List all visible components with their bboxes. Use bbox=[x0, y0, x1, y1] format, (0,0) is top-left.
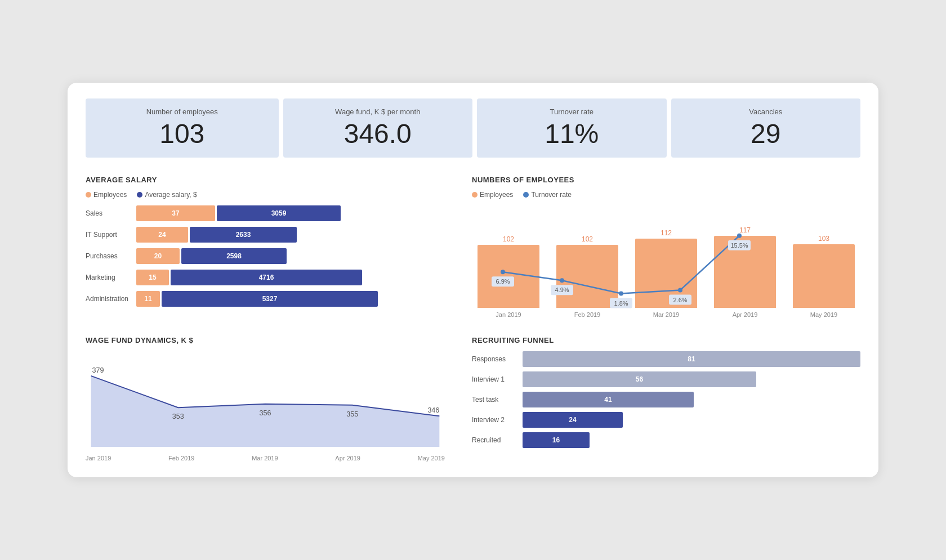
kpi-value: 29 bbox=[682, 120, 850, 147]
emp-bar bbox=[478, 245, 540, 308]
bar-row: IT Support 24 2633 bbox=[86, 227, 445, 243]
kpi-value: 346.0 bbox=[294, 120, 462, 147]
bar-row: Administration 11 5327 bbox=[86, 291, 445, 307]
emp-col: 117 Apr 2019 bbox=[708, 226, 782, 318]
funnel-chart: Responses 81 Interview 1 56 Test task 41… bbox=[472, 351, 860, 448]
emp-bar bbox=[556, 245, 619, 308]
funnel-label: Interview 1 bbox=[472, 375, 523, 383]
wage-value-label: 346 bbox=[427, 406, 439, 414]
emp-chart-wrapper: 102 Jan 2019 102 Feb 2019 112 Mar 2019 1… bbox=[472, 205, 860, 318]
wage-xlabel: Mar 2019 bbox=[252, 455, 278, 462]
bar-label: Sales bbox=[86, 209, 136, 217]
kpi-row: Number of employees 103 Wage fund, K $ p… bbox=[86, 98, 860, 158]
bar-blue: 3059 bbox=[217, 205, 341, 221]
bar-group: 15 4716 bbox=[136, 270, 445, 285]
funnel-bar: 56 bbox=[523, 371, 756, 387]
bar-orange: 37 bbox=[136, 205, 215, 221]
bar-label: Administration bbox=[86, 295, 136, 303]
funnel-row: Interview 1 56 bbox=[472, 371, 860, 387]
bar-row: Marketing 15 4716 bbox=[86, 270, 445, 285]
legend-item: Average salary, $ bbox=[137, 191, 197, 199]
wage-value-label: 356 bbox=[260, 408, 271, 416]
funnel-row: Test task 41 bbox=[472, 392, 860, 407]
emp-xlabel: Feb 2019 bbox=[574, 311, 600, 318]
emp-container: 102 Jan 2019 102 Feb 2019 112 Mar 2019 1… bbox=[472, 205, 860, 318]
emp-bar bbox=[793, 244, 855, 308]
emp-col: 102 Feb 2019 bbox=[551, 235, 624, 318]
bar-label: Purchases bbox=[86, 252, 136, 260]
emp-bar-count: 102 bbox=[503, 235, 514, 243]
emp-bar-count: 103 bbox=[818, 235, 829, 243]
main-grid: AVERAGE SALARY EmployeesAverage salary, … bbox=[86, 176, 860, 462]
emp-numbers-title: NUMBERS OF EMPLOYEES bbox=[472, 176, 860, 184]
wage-xlabel: Feb 2019 bbox=[168, 455, 194, 462]
bar-group: 11 5327 bbox=[136, 291, 445, 307]
legend-label: Employees bbox=[480, 191, 513, 199]
funnel-bar: 24 bbox=[523, 412, 623, 428]
avg-salary-section: AVERAGE SALARY EmployeesAverage salary, … bbox=[86, 176, 445, 318]
legend-item: Employees bbox=[472, 191, 513, 199]
emp-bars: 102 Jan 2019 102 Feb 2019 112 Mar 2019 1… bbox=[472, 205, 860, 318]
kpi-label: Wage fund, K $ per month bbox=[294, 107, 462, 116]
recruiting-funnel-title: RECRUITING FUNNEL bbox=[472, 336, 860, 344]
bar-group: 24 2633 bbox=[136, 227, 445, 243]
emp-bar-count: 117 bbox=[739, 226, 751, 234]
bar-blue: 2598 bbox=[181, 248, 287, 264]
wage-fund-title: WAGE FUND DYNAMICS, K $ bbox=[86, 336, 445, 344]
funnel-label: Interview 2 bbox=[472, 416, 523, 424]
avg-salary-chart: Sales 37 3059 IT Support 24 2633 Purchas… bbox=[86, 205, 445, 307]
emp-legend: EmployeesTurnover rate bbox=[472, 191, 860, 199]
bar-orange: 20 bbox=[136, 248, 180, 264]
legend-dot bbox=[472, 192, 478, 198]
bar-orange: 24 bbox=[136, 227, 188, 243]
emp-xlabel: Apr 2019 bbox=[733, 311, 758, 318]
avg-salary-title: AVERAGE SALARY bbox=[86, 176, 445, 184]
funnel-label: Recruited bbox=[472, 436, 523, 444]
kpi-value: 11% bbox=[488, 120, 655, 147]
legend-dot bbox=[523, 192, 529, 198]
bar-orange: 15 bbox=[136, 270, 169, 285]
emp-bar bbox=[714, 236, 777, 308]
legend-item: Turnover rate bbox=[523, 191, 572, 199]
bar-row: Sales 37 3059 bbox=[86, 205, 445, 221]
kpi-card-3: Vacancies 29 bbox=[671, 98, 861, 158]
wage-value-label: 353 bbox=[172, 412, 184, 420]
legend-label: Employees bbox=[93, 191, 127, 199]
wage-xlabels: Jan 2019Feb 2019Mar 2019Apr 2019May 2019 bbox=[86, 455, 445, 462]
bar-group: 20 2598 bbox=[136, 248, 445, 264]
bar-row: Purchases 20 2598 bbox=[86, 248, 445, 264]
dashboard: Number of employees 103 Wage fund, K $ p… bbox=[68, 83, 878, 477]
kpi-label: Vacancies bbox=[682, 107, 850, 116]
funnel-row: Interview 2 24 bbox=[472, 412, 860, 428]
emp-numbers-section: NUMBERS OF EMPLOYEES EmployeesTurnover r… bbox=[472, 176, 860, 318]
kpi-label: Turnover rate bbox=[488, 107, 655, 116]
kpi-card-2: Turnover rate 11% bbox=[477, 98, 667, 158]
emp-xlabel: Mar 2019 bbox=[653, 311, 679, 318]
bar-blue: 2633 bbox=[190, 227, 297, 243]
avg-salary-legend: EmployeesAverage salary, $ bbox=[86, 191, 445, 199]
legend-label: Turnover rate bbox=[531, 191, 572, 199]
bar-label: IT Support bbox=[86, 231, 136, 239]
funnel-bar: 16 bbox=[523, 432, 590, 448]
emp-bar-count: 112 bbox=[661, 229, 672, 237]
emp-col: 103 May 2019 bbox=[787, 235, 860, 318]
kpi-card-0: Number of employees 103 bbox=[86, 98, 279, 158]
emp-col: 102 Jan 2019 bbox=[472, 235, 545, 318]
emp-col: 112 Mar 2019 bbox=[630, 229, 703, 318]
legend-label: Average salary, $ bbox=[145, 191, 197, 199]
wage-fund-section: WAGE FUND DYNAMICS, K $ 379353356355346 … bbox=[86, 336, 445, 462]
kpi-value: 103 bbox=[97, 120, 267, 147]
legend-dot bbox=[137, 192, 142, 198]
funnel-label: Responses bbox=[472, 355, 523, 363]
wage-value-label: 355 bbox=[346, 410, 358, 418]
kpi-card-1: Wage fund, K $ per month 346.0 bbox=[283, 98, 473, 158]
kpi-label: Number of employees bbox=[97, 107, 267, 116]
wage-xlabel: Apr 2019 bbox=[335, 455, 360, 462]
wage-chart-area: 379353356355346 bbox=[86, 351, 445, 453]
legend-dot bbox=[86, 192, 91, 198]
bar-orange: 11 bbox=[136, 291, 160, 307]
funnel-bar: 41 bbox=[523, 392, 694, 407]
bar-label: Marketing bbox=[86, 274, 136, 281]
wage-xlabel: Jan 2019 bbox=[86, 455, 111, 462]
bar-blue: 4716 bbox=[171, 270, 362, 285]
